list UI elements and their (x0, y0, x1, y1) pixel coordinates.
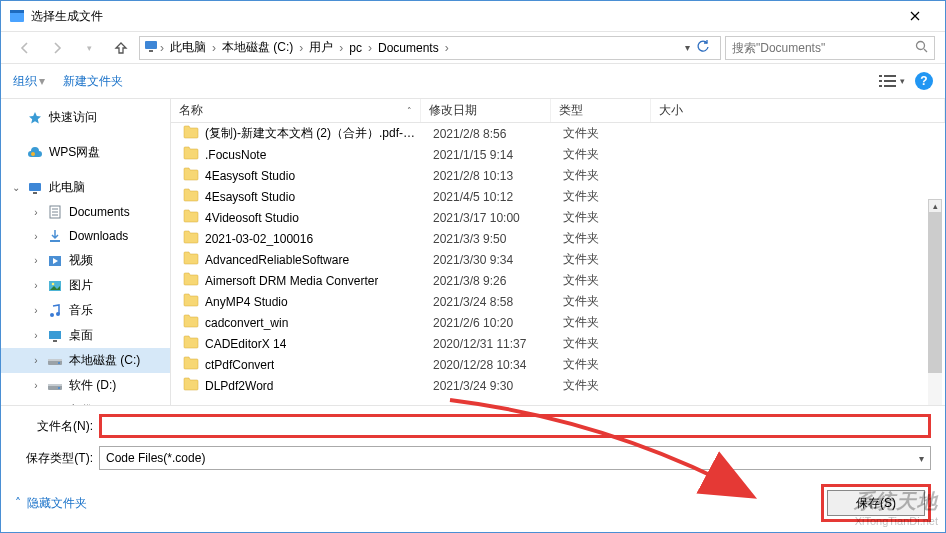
crumb-item[interactable]: 本地磁盘 (C:) (218, 37, 297, 58)
close-button[interactable] (893, 2, 937, 30)
svg-rect-12 (29, 183, 41, 191)
hide-folders-toggle[interactable]: ˄ 隐藏文件夹 (15, 495, 87, 512)
filename-input[interactable] (99, 414, 931, 438)
folder-icon (183, 314, 199, 331)
cell-date: 2021/2/8 10:13 (425, 169, 555, 183)
sidebar-item[interactable]: ›桌面 (1, 323, 170, 348)
cell-type: 文件夹 (555, 167, 655, 184)
sort-indicator-icon: ˄ (407, 106, 412, 116)
sidebar-item[interactable]: ›Downloads (1, 224, 170, 248)
crumb-item[interactable]: pc (345, 39, 366, 57)
sidebar-item-label: 视频 (69, 252, 93, 269)
table-row[interactable]: 2021-03-02_1000162021/3/3 9:50文件夹 (171, 228, 945, 249)
svg-point-23 (56, 312, 60, 316)
chevron-right-icon: › (31, 380, 41, 391)
filetype-combo[interactable]: Code Files(*.code) ▾ (99, 446, 931, 470)
folder-icon (47, 204, 63, 220)
forward-button[interactable] (43, 36, 71, 60)
table-row[interactable]: DLPdf2Word2021/3/24 9:30文件夹 (171, 375, 945, 396)
sidebar-this-pc[interactable]: ⌄ 此电脑 (1, 175, 170, 200)
column-size[interactable]: 大小 (651, 99, 945, 122)
table-row[interactable]: AdvancedReliableSoftware2021/3/30 9:34文件… (171, 249, 945, 270)
save-button[interactable]: 保存(S) (827, 490, 925, 516)
folder-icon (183, 230, 199, 247)
chevron-right-icon: › (31, 207, 41, 218)
svg-rect-5 (879, 75, 882, 77)
save-form: 文件名(N): 保存类型(T): Code Files(*.code) ▾ ˄ … (1, 406, 945, 532)
sidebar-item[interactable]: ›本地磁盘 (C:) (1, 348, 170, 373)
table-row[interactable]: cadconvert_win2021/2/6 10:20文件夹 (171, 312, 945, 333)
table-row[interactable]: 4Easysoft Studio2021/2/8 10:13文件夹 (171, 165, 945, 186)
sidebar-wps[interactable]: WPS网盘 (1, 140, 170, 165)
column-date[interactable]: 修改日期 (421, 99, 551, 122)
scrollbar[interactable]: ▴ ▾ (927, 199, 943, 405)
folder-icon (47, 328, 63, 344)
sidebar-item[interactable]: ›视频 (1, 248, 170, 273)
table-row[interactable]: 4Esaysoft Studio2021/4/5 10:12文件夹 (171, 186, 945, 207)
table-row[interactable]: AnyMP4 Studio2021/3/24 8:58文件夹 (171, 291, 945, 312)
sidebar-quick-access[interactable]: 快速访问 (1, 105, 170, 130)
cell-name: DLPdf2Word (175, 377, 425, 394)
column-name[interactable]: 名称 ˄ (171, 99, 421, 122)
column-type[interactable]: 类型 (551, 99, 651, 122)
cell-name: .FocusNote (175, 146, 425, 163)
sidebar-item-label: 图片 (69, 277, 93, 294)
sidebar-item-label: 音乐 (69, 302, 93, 319)
chevron-up-icon: ˄ (15, 496, 21, 510)
window-icon (9, 8, 25, 24)
svg-rect-25 (53, 340, 57, 342)
chevron-right-icon: › (445, 41, 449, 55)
svg-rect-27 (48, 359, 62, 361)
svg-rect-6 (884, 75, 896, 77)
filetype-label: 保存类型(T): (15, 450, 93, 467)
table-row[interactable]: 4Videosoft Studio2021/3/17 10:00文件夹 (171, 207, 945, 228)
cell-date: 2021/4/5 10:12 (425, 190, 555, 204)
svg-rect-1 (10, 10, 24, 13)
refresh-icon[interactable] (692, 39, 714, 56)
toolbar: 组织▾ 新建文件夹 ▾ ? (1, 63, 945, 99)
sidebar-item[interactable]: ›音乐 (1, 298, 170, 323)
sidebar-item-label: 本地磁盘 (C:) (69, 352, 140, 369)
crumb-item[interactable]: 用户 (305, 37, 337, 58)
table-row[interactable]: CADEditorX 142020/12/31 11:37文件夹 (171, 333, 945, 354)
cell-type: 文件夹 (555, 230, 655, 247)
cell-type: 文件夹 (555, 272, 655, 289)
chevron-down-icon[interactable]: ▾ (685, 42, 690, 53)
scroll-up-icon[interactable]: ▴ (928, 199, 942, 213)
breadcrumb[interactable]: › 此电脑 › 本地磁盘 (C:) › 用户 › pc › Documents … (139, 36, 721, 60)
table-row[interactable]: ctPdfConvert2020/12/28 10:34文件夹 (171, 354, 945, 375)
titlebar: 选择生成文件 (1, 1, 945, 31)
cell-name: ctPdfConvert (175, 356, 425, 373)
svg-point-22 (50, 313, 54, 317)
recent-dropdown-icon[interactable]: ▾ (75, 36, 103, 60)
search-input[interactable] (732, 41, 911, 55)
sidebar: 快速访问 WPS网盘 ⌄ 此电脑 (1, 99, 171, 405)
table-row[interactable]: (复制)-新建文本文档 (2)（合并）.pdf-2...2021/2/8 8:5… (171, 123, 945, 144)
window-title: 选择生成文件 (31, 8, 103, 25)
organize-menu[interactable]: 组织▾ (13, 73, 47, 90)
chevron-right-icon: › (299, 41, 303, 55)
crumb-item[interactable]: Documents (374, 39, 443, 57)
search-box[interactable] (725, 36, 935, 60)
back-button[interactable] (11, 36, 39, 60)
file-list-area: 名称 ˄ 修改日期 类型 大小 (复制)-新建文本文档 (2)（合并）.pdf-… (171, 99, 945, 405)
table-row[interactable]: Aimersoft DRM Media Converter2021/3/8 9:… (171, 270, 945, 291)
chevron-right-icon: › (31, 330, 41, 341)
drive-icon (47, 403, 63, 406)
crumb-item[interactable]: 此电脑 (166, 37, 210, 58)
sidebar-item[interactable]: ›Documents (1, 200, 170, 224)
sidebar-item[interactable]: ›备份 (E:) (1, 398, 170, 405)
sidebar-item-label: Downloads (69, 229, 128, 243)
sidebar-item[interactable]: ›软件 (D:) (1, 373, 170, 398)
help-icon[interactable]: ? (915, 72, 933, 90)
new-folder-button[interactable]: 新建文件夹 (63, 73, 123, 90)
search-icon[interactable] (915, 40, 928, 56)
up-button[interactable] (107, 36, 135, 60)
folder-icon (47, 228, 63, 244)
table-row[interactable]: .FocusNote2021/1/15 9:14文件夹 (171, 144, 945, 165)
cell-type: 文件夹 (555, 146, 655, 163)
sidebar-item[interactable]: ›图片 (1, 273, 170, 298)
scroll-thumb[interactable] (928, 213, 942, 373)
view-mode-button[interactable]: ▾ (879, 74, 905, 88)
cell-type: 文件夹 (555, 125, 655, 142)
